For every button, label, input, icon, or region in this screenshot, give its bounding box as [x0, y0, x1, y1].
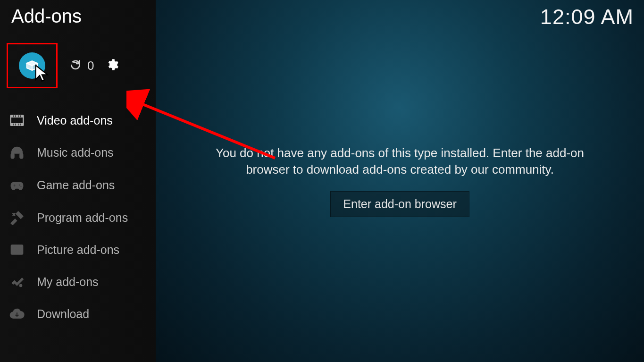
svg-rect-12 [20, 154, 23, 158]
sidebar-item-label: Program add-ons [37, 211, 128, 225]
headphones-icon [8, 145, 25, 160]
enter-addon-browser-button[interactable]: Enter add-on browser [330, 191, 469, 217]
open-box-icon [19, 52, 45, 79]
sidebar-item-label: Picture add-ons [37, 243, 119, 257]
settings-button[interactable] [106, 58, 119, 73]
svg-point-19 [19, 284, 22, 286]
sidebar-nav: Video add-ons Music add-ons [0, 102, 156, 330]
download-icon [8, 306, 25, 321]
svg-rect-11 [11, 154, 14, 158]
refresh-icon [69, 59, 82, 73]
sidebar-item-label: Video add-ons [37, 114, 113, 127]
svg-rect-2 [11, 124, 24, 126]
sidebar-item-picture-addons[interactable]: Picture add-ons [0, 234, 156, 266]
page-title: Add-ons [0, 0, 156, 33]
clock: 12:09 AM [540, 5, 634, 29]
sidebar-item-label: Music add-ons [37, 146, 114, 160]
sidebar-item-download[interactable]: Download [0, 298, 156, 330]
sidebar-item-my-addons[interactable]: My add-ons [0, 266, 156, 298]
sidebar-item-game-addons[interactable]: Game add-ons [0, 168, 156, 202]
update-count: 0 [87, 59, 94, 73]
empty-state-message: You do not have any add-ons of this type… [192, 145, 608, 178]
gear-icon [106, 58, 119, 73]
sliders-icon [8, 274, 25, 289]
svg-point-14 [20, 185, 22, 187]
sidebar-item-program-addons[interactable]: Program add-ons [0, 202, 156, 234]
sidebar-item-label: My add-ons [37, 275, 99, 289]
picture-icon [8, 242, 25, 257]
sidebar-item-label: Game add-ons [37, 178, 115, 192]
package-browser-button[interactable] [7, 43, 58, 88]
sidebar-item-music-addons[interactable]: Music add-ons [0, 136, 156, 168]
svg-rect-1 [11, 115, 24, 117]
main-content: 12:09 AM You do not have any add-ons of … [156, 0, 644, 362]
sidebar-item-label: Download [37, 307, 89, 321]
sidebar-item-video-addons[interactable]: Video add-ons [0, 104, 156, 136]
sidebar: Add-ons [0, 0, 156, 362]
tools-icon [8, 210, 25, 225]
gamepad-icon [8, 177, 25, 193]
film-icon [8, 113, 25, 128]
sidebar-toolbar: 0 [0, 33, 156, 102]
svg-point-18 [14, 247, 16, 249]
svg-rect-16 [14, 184, 15, 187]
refresh-button[interactable]: 0 [69, 59, 94, 73]
